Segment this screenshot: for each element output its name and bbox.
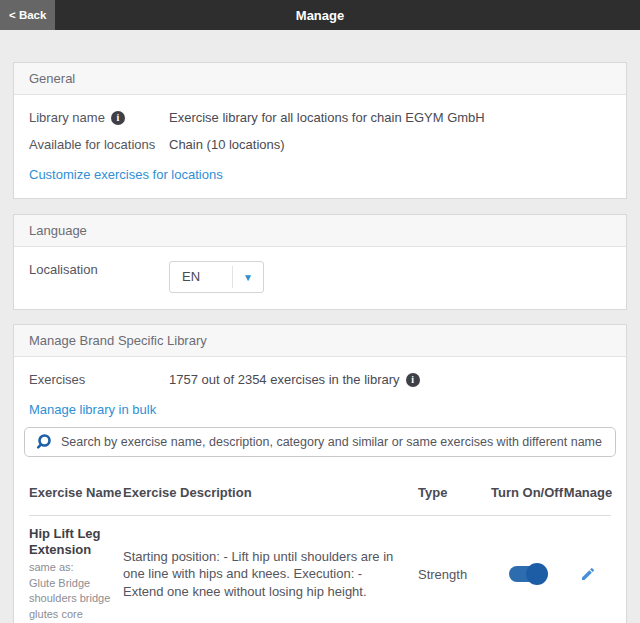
manage-bulk-link[interactable]: Manage library in bulk	[29, 402, 156, 417]
col-header-exercise-name: Exercise Name	[29, 485, 123, 501]
localisation-row: Localisation	[29, 261, 611, 279]
library-name-row: Library name i Exercise library for all …	[29, 109, 611, 127]
language-panel-title: Language	[14, 215, 626, 247]
search-icon	[35, 433, 53, 451]
toggle-knob	[526, 563, 548, 585]
exercise-name: Hip Lift Leg Extension	[29, 526, 113, 558]
library-name-value: Exercise library for all locations for c…	[169, 109, 485, 127]
exercise-name-cell: Hip Lift Leg Extension same as: Glute Br…	[29, 526, 123, 622]
page-title: Manage	[296, 8, 344, 23]
exercise-type-cell: Strength	[411, 526, 491, 622]
top-bar: < Back Manage	[0, 0, 640, 30]
exercise-alias: shoulders bridge	[29, 591, 113, 607]
exercise-description: Starting position: - Lift hip until shou…	[123, 548, 397, 601]
language-panel: Language Localisation EN ▼	[13, 214, 627, 310]
col-header-turn-on-off: Turn On/Off	[491, 485, 563, 501]
chevron-down-icon: ▼	[233, 272, 263, 283]
exercise-alias: glutes core	[29, 607, 113, 623]
exercise-search-box	[24, 427, 616, 457]
localisation-dropdown[interactable]: EN ▼	[169, 261, 264, 293]
locations-row: Available for locations Chain (10 locati…	[29, 136, 611, 154]
search-input[interactable]	[61, 435, 605, 449]
library-name-label: Library name i	[29, 109, 169, 127]
back-button[interactable]: < Back	[0, 0, 55, 30]
col-header-manage: Manage	[563, 485, 613, 501]
info-icon[interactable]: i	[111, 111, 125, 125]
library-name-label-text: Library name	[29, 109, 105, 127]
same-as-label: same as:	[29, 560, 113, 576]
localisation-selected-value: EN	[170, 266, 233, 288]
edit-pencil-icon[interactable]	[580, 566, 596, 582]
exercises-label: Exercises	[29, 371, 169, 389]
exercises-count-text: 1757 out of 2354 exercises in the librar…	[169, 371, 400, 389]
customize-exercises-link[interactable]: Customize exercises for locations	[29, 167, 223, 182]
table-row: Hip Lift Leg Extension same as: Glute Br…	[29, 516, 611, 623]
exercise-description-cell: Starting position: - Lift hip until shou…	[123, 526, 411, 622]
general-panel: General Library name i Exercise library …	[13, 62, 627, 199]
info-icon[interactable]: i	[406, 373, 420, 387]
manage-cell	[563, 526, 613, 622]
general-panel-title: General	[14, 63, 626, 95]
locations-value: Chain (10 locations)	[169, 136, 285, 154]
col-header-type: Type	[411, 485, 491, 501]
exercise-toggle-on[interactable]	[509, 566, 545, 582]
turn-on-off-cell	[491, 526, 563, 622]
exercises-count-row: Exercises 1757 out of 2354 exercises in …	[29, 371, 611, 389]
exercise-table: Exercise Name Exercise Description Type …	[14, 469, 626, 623]
brand-library-panel-title: Manage Brand Specific Library	[14, 325, 626, 357]
exercise-table-header: Exercise Name Exercise Description Type …	[29, 469, 611, 516]
localisation-label: Localisation	[29, 261, 169, 279]
brand-library-panel: Manage Brand Specific Library Exercises …	[13, 324, 627, 623]
exercise-type: Strength	[418, 567, 467, 582]
col-header-exercise-description: Exercise Description	[123, 485, 411, 501]
exercises-count-value: 1757 out of 2354 exercises in the librar…	[169, 371, 420, 389]
locations-label: Available for locations	[29, 136, 169, 154]
exercise-alias: Glute Bridge	[29, 576, 113, 592]
